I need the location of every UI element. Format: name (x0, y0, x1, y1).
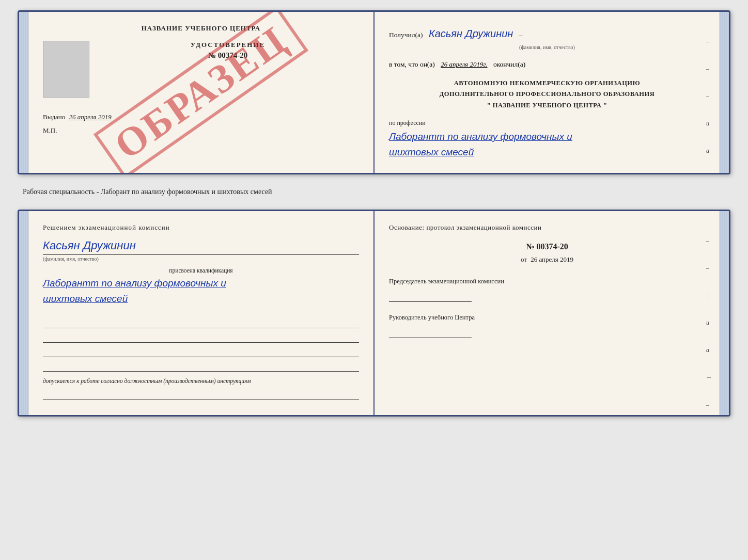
chairman-block: Председатель экзаменационной комиссии (389, 276, 705, 302)
spine-left (19, 12, 28, 173)
bottom-lines (43, 317, 359, 372)
page-container: НАЗВАНИЕ УЧЕБНОГО ЦЕНТРА УДОСТОВЕРЕНИЕ №… (18, 10, 730, 417)
profession-value: Лаборантт по анализу формовочных ишихтов… (389, 129, 705, 161)
dash-2: – (706, 65, 712, 73)
bottom-name: Касьян Дружинин (43, 239, 136, 252)
line-4 (43, 360, 359, 372)
doc-top-right: Получил(а) Касьян Дружинин – (фамилия, и… (375, 12, 720, 173)
chairman-label: Председатель экзаменационной комиссии (389, 276, 705, 286)
protocol-date: от 26 апреля 2019 (389, 255, 705, 264)
date-suffix: окончил(а) (493, 60, 525, 68)
profession-block: по профессии Лаборантт по анализу формов… (389, 119, 705, 161)
doc-bottom-left: Решением экзаменационной комиссии Касьян… (28, 211, 375, 415)
qualification-block: присвоена квалификация Лаборантт по анал… (43, 267, 359, 307)
head-label: Руководитель учебного Центра (389, 312, 705, 323)
cert-label: УДОСТОВЕРЕНИЕ (97, 41, 359, 49)
qualification-value: Лаборантт по анализу формовочных ишихтов… (43, 276, 359, 307)
name-sub: (фамилия, имя, отчество) (43, 256, 99, 262)
char-bi: и (706, 319, 712, 327)
date-value: 26 апреля 2019г. (441, 60, 487, 68)
received-name: Касьян Дружинин (429, 28, 513, 39)
org-line3: " НАЗВАНИЕ УЧЕБНОГО ЦЕНТРА " (389, 100, 705, 111)
issued-label: Выдано (43, 113, 65, 121)
org-line1: АВТОНОМНУЮ НЕКОММЕРЧЕСКУЮ ОРГАНИЗАЦИЮ (389, 78, 705, 89)
right-dashes-bottom: – – – и а ← – – – (706, 237, 712, 417)
protocol-number: № 00374-20 (389, 242, 705, 251)
protocol-date-prefix: от (521, 255, 527, 263)
org-line2: ДОПОЛНИТЕЛЬНОГО ПРОФЕССИОНАЛЬНОГО ОБРАЗО… (389, 89, 705, 100)
допускается-text: допускается к работе согласно должностны… (43, 378, 359, 384)
protocol-date-value: 26 апреля 2019 (531, 255, 573, 263)
document-bottom: Решением экзаменационной комиссии Касьян… (18, 210, 730, 417)
cert-block: УДОСТОВЕРЕНИЕ № 00374-20 (43, 41, 359, 98)
qualification-label: присвоена квалификация (43, 267, 359, 274)
top-title: НАЗВАНИЕ УЧЕБНОГО ЦЕНТРА (43, 24, 359, 33)
cert-issued: Выдано 26 апреля 2019 (43, 113, 359, 121)
received-prefix: Получил(а) (389, 31, 423, 39)
org-block: АВТОНОМНУЮ НЕКОММЕРЧЕСКУЮ ОРГАНИЗАЦИЮ ДО… (389, 78, 705, 111)
dash-b4: – (706, 401, 712, 409)
issued-date: 26 апреля 2019 (69, 113, 112, 121)
spine-right (720, 12, 729, 173)
head-signature (389, 327, 472, 338)
cert-number: № 00374-20 (97, 51, 359, 60)
document-top: НАЗВАНИЕ УЧЕБНОГО ЦЕНТРА УДОСТОВЕРЕНИЕ №… (18, 10, 730, 174)
received-line: Получил(а) Касьян Дружинин – (фамилия, и… (389, 24, 705, 52)
right-dashes: – – – и а ← – – – (706, 38, 712, 174)
head-block: Руководитель учебного Центра (389, 312, 705, 338)
char-i: и (706, 120, 712, 127)
char-ba: а (706, 346, 712, 354)
date-line: в том, что он(а) 26 апреля 2019г. окончи… (389, 60, 705, 69)
cert-mp: М.П. (43, 126, 359, 135)
line-5 (43, 388, 359, 399)
separator-text: Рабочая специальность - Лаборант по анал… (23, 184, 725, 200)
decision-text: Решением экзаменационной комиссии (43, 223, 359, 232)
spine-left-bottom (19, 211, 28, 415)
dash-b2: – (706, 264, 712, 272)
cert-photo (43, 41, 89, 98)
cert-text: УДОСТОВЕРЕНИЕ № 00374-20 (97, 41, 359, 64)
osnov-text: Основание: протокол экзаменационной коми… (389, 223, 705, 232)
date-prefix: в том, что он(а) (389, 60, 435, 68)
doc-top-left: НАЗВАНИЕ УЧЕБНОГО ЦЕНТРА УДОСТОВЕРЕНИЕ №… (28, 12, 375, 173)
name-block: Касьян Дружинин (фамилия, имя, отчество) (43, 239, 359, 255)
received-sub: (фамилия, имя, отчество) (389, 43, 705, 52)
char-a: а (706, 147, 712, 155)
line-1 (43, 317, 359, 328)
char-barrow: ← (706, 374, 712, 381)
dash-1: – (706, 38, 712, 45)
name-underline: Касьян Дружинин (фамилия, имя, отчество) (43, 239, 359, 255)
line-2 (43, 331, 359, 343)
profession-label: по профессии (389, 119, 705, 127)
dash-3: – (706, 92, 712, 100)
chairman-signature (389, 291, 472, 302)
dash-b1: – (706, 237, 712, 245)
line-3 (43, 346, 359, 357)
spine-right-bottom (720, 211, 729, 415)
doc-bottom-right: Основание: протокол экзаменационной коми… (375, 211, 720, 415)
dash-b3: – (706, 292, 712, 299)
